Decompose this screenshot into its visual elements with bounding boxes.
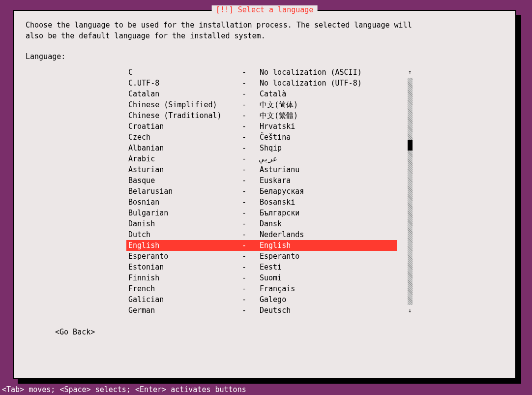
language-name: C (126, 67, 242, 78)
language-name: Asturian (126, 164, 242, 175)
language-native: Deutsch (260, 305, 397, 316)
language-native: Català (260, 89, 397, 99)
language-native: English (260, 240, 397, 251)
separator: - (242, 143, 260, 153)
language-native: عربي (260, 153, 397, 164)
language-native: Shqip (260, 143, 397, 153)
language-native: Hrvatski (260, 121, 397, 132)
language-option[interactable]: Catalan-Català (126, 89, 397, 99)
language-native: Eesti (260, 262, 397, 273)
scroll-down-icon[interactable]: ↓ (407, 305, 414, 316)
language-native: No localization (ASCII) (260, 67, 397, 78)
separator: - (242, 164, 260, 175)
language-name: French (126, 283, 242, 294)
separator: - (242, 240, 260, 251)
language-native: Euskara (260, 175, 397, 186)
language-name: Finnish (126, 273, 242, 283)
language-native: 中文(繁體) (260, 110, 397, 121)
language-option[interactable]: Danish-Dansk (126, 218, 397, 229)
dialog-title: [!!] Select a language (212, 5, 318, 14)
language-name: English (126, 240, 242, 251)
language-option[interactable]: C-No localization (ASCII) (126, 67, 397, 78)
separator: - (242, 78, 260, 89)
separator: - (242, 208, 260, 218)
separator: - (242, 283, 260, 294)
language-native: Français (260, 283, 397, 294)
language-option[interactable]: Chinese (Traditional)-中文(繁體) (126, 110, 397, 121)
language-option[interactable]: Bulgarian-Български (126, 208, 397, 218)
language-option[interactable]: Chinese (Simplified)-中文(简体) (126, 99, 397, 110)
separator: - (242, 186, 260, 197)
language-native: Suomi (260, 273, 397, 283)
language-native: Nederlands (260, 229, 397, 240)
scrollbar[interactable]: ↑ ↓ (407, 67, 414, 316)
scroll-track[interactable] (408, 78, 413, 305)
dialog-content: Choose the language to be used for the i… (14, 11, 515, 336)
dialog-description: Choose the language to be used for the i… (26, 20, 503, 41)
language-option[interactable]: Bosnian-Bosanski (126, 197, 397, 208)
separator: - (242, 251, 260, 262)
language-list[interactable]: C-No localization (ASCII)C.UTF-8-No loca… (126, 67, 397, 316)
language-native: Asturianu (260, 164, 397, 175)
language-name: Dutch (126, 229, 242, 240)
language-name: Estonian (126, 262, 242, 273)
help-footer: <Tab> moves; <Space> selects; <Enter> ac… (0, 384, 532, 395)
language-option[interactable]: Galician-Galego (126, 294, 397, 305)
language-label: Language: (26, 52, 503, 61)
language-name: German (126, 305, 242, 316)
separator: - (242, 229, 260, 240)
language-option[interactable]: Czech-Čeština (126, 132, 397, 143)
language-name: Belarusian (126, 186, 242, 197)
scroll-up-icon[interactable]: ↑ (407, 67, 414, 78)
language-option[interactable]: Dutch-Nederlands (126, 229, 397, 240)
language-name: Galician (126, 294, 242, 305)
separator: - (242, 294, 260, 305)
separator: - (242, 197, 260, 208)
language-list-area: C-No localization (ASCII)C.UTF-8-No loca… (126, 67, 503, 316)
language-option[interactable]: Esperanto-Esperanto (126, 251, 397, 262)
language-name: Arabic (126, 153, 242, 164)
language-native: 中文(简体) (260, 99, 397, 110)
language-native: Čeština (260, 132, 397, 143)
language-option[interactable]: German-Deutsch (126, 305, 397, 316)
language-name: Albanian (126, 143, 242, 153)
language-option[interactable]: Belarusian-Беларуская (126, 186, 397, 197)
language-name: Bulgarian (126, 208, 242, 218)
scroll-thumb[interactable] (408, 140, 413, 151)
language-name: Chinese (Traditional) (126, 110, 242, 121)
language-name: Basque (126, 175, 242, 186)
separator: - (242, 273, 260, 283)
separator: - (242, 67, 260, 78)
language-option[interactable]: Finnish-Suomi (126, 273, 397, 283)
language-option[interactable]: Estonian-Eesti (126, 262, 397, 273)
language-option[interactable]: Albanian-Shqip (126, 143, 397, 153)
language-native: Dansk (260, 218, 397, 229)
language-name: Danish (126, 218, 242, 229)
separator: - (242, 305, 260, 316)
separator: - (242, 99, 260, 110)
language-option[interactable]: English-English (126, 240, 397, 251)
language-option[interactable]: Arabic-عربي (126, 153, 397, 164)
language-name: Esperanto (126, 251, 242, 262)
language-native: Galego (260, 294, 397, 305)
language-native: Bosanski (260, 197, 397, 208)
language-option[interactable]: C.UTF-8-No localization (UTF-8) (126, 78, 397, 89)
language-name: Bosnian (126, 197, 242, 208)
language-native: Беларуская (260, 186, 397, 197)
go-back-button[interactable]: <Go Back> (55, 328, 95, 336)
language-option[interactable]: Croatian-Hrvatski (126, 121, 397, 132)
language-option[interactable]: Basque-Euskara (126, 175, 397, 186)
language-option[interactable]: French-Français (126, 283, 397, 294)
language-option[interactable]: Asturian-Asturianu (126, 164, 397, 175)
separator: - (242, 89, 260, 99)
separator: - (242, 218, 260, 229)
language-native: Български (260, 208, 397, 218)
language-name: Czech (126, 132, 242, 143)
language-name: Catalan (126, 89, 242, 99)
separator: - (242, 121, 260, 132)
separator: - (242, 153, 260, 164)
language-name: Chinese (Simplified) (126, 99, 242, 110)
language-name: Croatian (126, 121, 242, 132)
separator: - (242, 175, 260, 186)
language-dialog: [!!] Select a language Choose the langua… (13, 10, 516, 379)
